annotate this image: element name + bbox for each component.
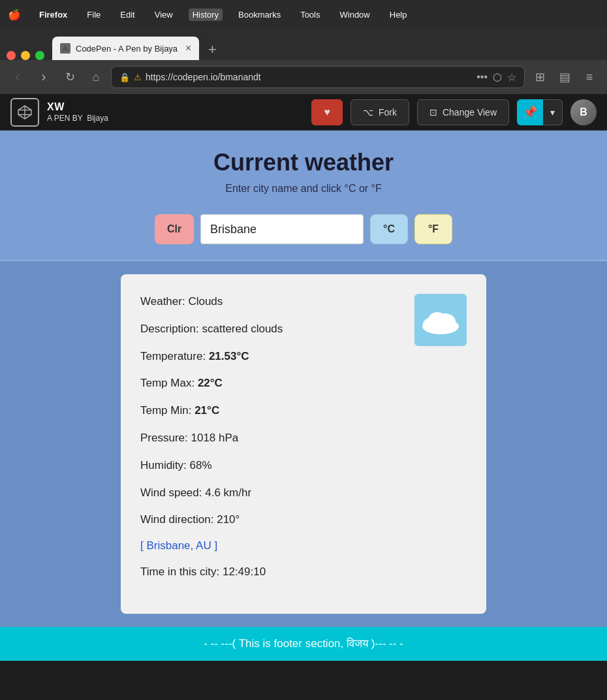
back-icon: ‹ (15, 69, 20, 86)
hamburger-button[interactable]: ≡ (578, 66, 600, 88)
nav-extras: ⊞ ▤ ≡ (529, 66, 600, 88)
weather-label: Weather: (140, 295, 185, 308)
user-avatar[interactable]: B (570, 99, 597, 125)
active-tab[interactable]: CodePen - A Pen by Bijaya × (52, 37, 199, 60)
close-window-btn[interactable] (7, 51, 16, 60)
change-view-label: Change View (443, 107, 497, 118)
wind-dir-row: Wind direction: 210° (140, 512, 467, 528)
warning-icon: ⚠ (134, 72, 142, 82)
fork-label: Fork (379, 107, 397, 118)
pin-arrow-icon: ▾ (550, 107, 555, 118)
wind-dir-label: Wind direction: (140, 513, 213, 526)
reader-button[interactable]: ▤ (553, 66, 576, 88)
home-button[interactable]: ⌂ (85, 66, 107, 88)
weather-controls: Clr °C °F (0, 208, 607, 260)
bookmark-star-icon[interactable]: ☆ (507, 71, 516, 84)
author-name: Bijaya (87, 114, 108, 123)
tab-favicon (60, 43, 70, 54)
weather-icon-box (414, 294, 467, 346)
temp-min-value: 21°C (195, 404, 219, 417)
library-button[interactable]: ⊞ (529, 66, 551, 88)
wind-dir-value: 210° (217, 513, 240, 526)
url-text: https://codepen.io/bmanandt (146, 72, 473, 82)
temp-max-label: Temp Max: (140, 377, 195, 389)
description-label: Description: (140, 323, 199, 335)
svg-marker-0 (62, 45, 69, 51)
firefox-menu[interactable]: Firefox (35, 8, 71, 21)
view-menu[interactable]: View (151, 8, 177, 21)
minimize-window-btn[interactable] (21, 51, 30, 60)
codepen-toolbar: XW A PEN BY Bijaya ♥ ⌥ Fork ⊡ Change Vie… (0, 94, 607, 131)
temp-max-value: 22°C (198, 377, 223, 389)
change-view-button[interactable]: ⊡ Change View (417, 99, 509, 125)
camera-icon: ⊡ (429, 107, 437, 118)
footer: - -- ---( This is footer section, विजय )… (0, 627, 607, 661)
pen-info: XW A PEN BY Bijaya (47, 101, 108, 123)
web-content: Current weather Enter city name and clic… (0, 131, 607, 661)
tab-title: CodePen - A Pen by Bijaya (76, 44, 178, 54)
forward-icon: › (41, 69, 46, 86)
url-bar[interactable]: 🔒 ⚠ https://codepen.io/bmanandt ••• ⬡ ☆ (111, 66, 525, 88)
mac-menubar: 🍎 Firefox File Edit View History Bookmar… (0, 0, 607, 29)
footer-text: - -- ---( This is footer section, विजय )… (204, 637, 403, 650)
description-value: scattered clouds (202, 323, 283, 335)
pin-icon: 📌 (523, 105, 537, 119)
svg-point-8 (428, 312, 446, 328)
tab-close-btn[interactable]: × (185, 42, 191, 54)
file-menu[interactable]: File (83, 8, 104, 21)
cloud-icon (418, 304, 463, 336)
browser-chrome: CodePen - A Pen by Bijaya × + ‹ › ↻ ⌂ 🔒 … (0, 29, 607, 94)
wind-speed-label: Wind speed: (140, 486, 202, 499)
weather-subtitle: Enter city name and click °C or °F (13, 183, 594, 195)
maximize-window-btn[interactable] (35, 51, 44, 60)
pin-button[interactable]: 📌 (517, 99, 543, 125)
library-icon: ⊞ (535, 70, 545, 84)
temperature-label: Temperature: (140, 350, 206, 362)
forward-button[interactable]: › (33, 66, 55, 88)
reload-icon: ↻ (65, 70, 75, 84)
weather-value-text: Clouds (188, 295, 223, 308)
weather-title: Current weather (13, 149, 594, 176)
new-tab-button[interactable]: + (202, 39, 223, 60)
clear-button[interactable]: Clr (155, 214, 194, 244)
pressure-row: Pressure: 1018 hPa (140, 430, 467, 446)
history-menu[interactable]: History (189, 8, 223, 21)
apple-menu-icon[interactable]: 🍎 (8, 8, 21, 21)
help-menu[interactable]: Help (386, 8, 411, 21)
wind-speed-row: Wind speed: 4.6 km/hr (140, 485, 467, 501)
more-options-icon[interactable]: ••• (476, 71, 488, 84)
temp-min-row: Temp Min: 21°C (140, 403, 467, 419)
fork-button[interactable]: ⌥ Fork (350, 99, 409, 125)
back-button[interactable]: ‹ (7, 66, 29, 88)
fahrenheit-button[interactable]: °F (414, 214, 452, 244)
temperature-value: 21.53°C (209, 350, 249, 362)
tools-menu[interactable]: Tools (296, 8, 324, 21)
reload-button[interactable]: ↻ (59, 66, 81, 88)
pin-group: 📌 ▾ (517, 99, 563, 125)
edit-menu[interactable]: Edit (116, 8, 138, 21)
humidity-label: Humidity: (140, 459, 187, 471)
bookmarks-menu[interactable]: Bookmarks (234, 8, 285, 21)
home-icon: ⌂ (93, 71, 100, 84)
pin-dropdown-button[interactable]: ▾ (543, 99, 563, 125)
heart-button[interactable]: ♥ (311, 99, 343, 125)
weather-result-area: Weather: Clouds Description: scattered c… (0, 260, 607, 627)
time-label: Time in this city: (140, 565, 219, 578)
weather-header: Current weather Enter city name and clic… (0, 131, 607, 208)
avatar-image: B (570, 99, 597, 125)
city-input[interactable] (200, 214, 364, 244)
temp-max-row: Temp Max: 22°C (140, 375, 467, 391)
celsius-button[interactable]: °C (370, 214, 408, 244)
window-menu[interactable]: Window (336, 8, 374, 21)
pocket-icon[interactable]: ⬡ (493, 71, 502, 84)
wind-speed-value: 4.6 km/hr (205, 486, 251, 499)
tab-bar: CodePen - A Pen by Bijaya × + (0, 29, 607, 60)
city-link[interactable]: [ Brisbane, AU ] (140, 539, 467, 552)
url-extras: ••• ⬡ ☆ (476, 71, 516, 84)
codepen-logo (10, 98, 39, 127)
time-row: Time in this city: 12:49:10 (140, 564, 467, 580)
humidity-row: Humidity: 68% (140, 458, 467, 473)
pressure-label: Pressure: (140, 432, 188, 444)
hamburger-icon: ≡ (586, 71, 593, 84)
nav-bar: ‹ › ↻ ⌂ 🔒 ⚠ https://codepen.io/bmanandt … (0, 60, 607, 94)
